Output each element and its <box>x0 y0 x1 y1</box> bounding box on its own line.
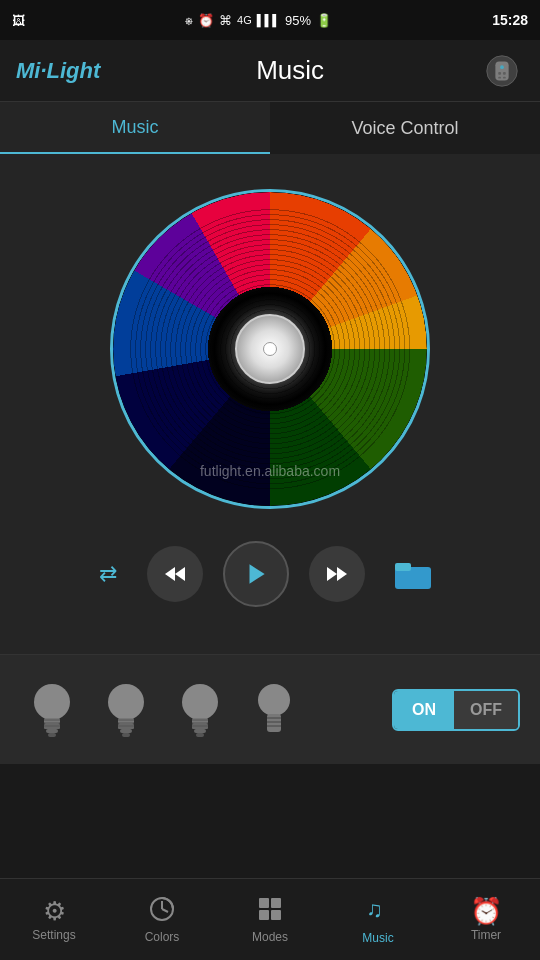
svg-marker-9 <box>250 564 265 584</box>
logo: Mi·Light <box>16 58 100 84</box>
status-bar: 🖼 ⎈ ⏰ ⌘ 4G ▌▌▌ 95% 🔋 15:28 <box>0 0 540 40</box>
nav-item-colors[interactable]: Colors <box>108 879 216 960</box>
signal-bars: ▌▌▌ <box>257 14 280 26</box>
bulb-3[interactable] <box>168 670 232 750</box>
header-title: Music <box>256 55 324 86</box>
svg-rect-3 <box>498 71 501 74</box>
svg-marker-10 <box>327 567 337 581</box>
svg-rect-49 <box>271 910 281 920</box>
header: Mi·Light Music <box>0 40 540 102</box>
bluetooth-icon: ⎈ <box>185 13 193 28</box>
hand-remote-icon[interactable] <box>480 49 524 93</box>
svg-rect-25 <box>120 729 132 733</box>
svg-rect-33 <box>194 729 206 733</box>
svg-rect-5 <box>498 76 501 78</box>
svg-rect-46 <box>259 898 269 908</box>
svg-rect-47 <box>271 898 281 908</box>
svg-rect-26 <box>122 733 130 737</box>
main-content: futlight.en.alibaba.com ⇄ <box>0 154 540 654</box>
svg-marker-8 <box>175 567 185 581</box>
svg-point-14 <box>34 684 70 720</box>
svg-point-22 <box>108 684 144 720</box>
tabs: Music Voice Control <box>0 102 540 154</box>
bulb-1[interactable] <box>20 670 84 750</box>
status-left: 🖼 <box>12 13 25 28</box>
rewind-button[interactable] <box>147 546 203 602</box>
svg-rect-1 <box>495 61 508 80</box>
play-button[interactable] <box>223 541 289 607</box>
bulb-section: ON OFF <box>0 654 540 764</box>
bulb-2[interactable] <box>94 670 158 750</box>
repeat-button[interactable]: ⇄ <box>99 561 117 587</box>
disc-container: futlight.en.alibaba.com <box>110 189 430 509</box>
bulb-4[interactable] <box>242 670 306 750</box>
disc-center <box>235 314 305 384</box>
modes-label: Modes <box>252 930 288 944</box>
colors-label: Colors <box>145 930 180 944</box>
svg-rect-34 <box>196 733 204 737</box>
svg-rect-17 <box>46 729 58 733</box>
svg-text:♫: ♫ <box>366 897 383 922</box>
disc-center-hole <box>263 342 277 356</box>
timer-icon: ⏰ <box>470 898 502 924</box>
on-off-toggle: ON OFF <box>392 689 520 731</box>
disc-outer <box>110 189 430 509</box>
controls: ⇄ <box>0 529 540 619</box>
nav-item-timer[interactable]: ⏰ Timer <box>432 879 540 960</box>
nav-item-music[interactable]: ♫ Music <box>324 879 432 960</box>
modes-icon <box>257 896 283 926</box>
disc-vinyl <box>113 192 427 506</box>
status-icons: ⎈ ⏰ ⌘ 4G ▌▌▌ 95% 🔋 <box>185 13 332 28</box>
signal-4g: 4G <box>237 14 252 26</box>
svg-point-30 <box>182 684 218 720</box>
nav-item-settings[interactable]: ⚙ Settings <box>0 879 108 960</box>
colors-icon <box>149 896 175 926</box>
image-icon: 🖼 <box>12 13 25 28</box>
wifi-icon: ⌘ <box>219 13 232 28</box>
svg-marker-11 <box>337 567 347 581</box>
svg-rect-13 <box>395 563 411 571</box>
timer-label: Timer <box>471 928 501 942</box>
settings-label: Settings <box>32 928 75 942</box>
battery-icon: 🔋 <box>316 13 332 28</box>
bottom-nav: ⚙ Settings Colors Modes <box>0 878 540 960</box>
status-time: 15:28 <box>492 12 528 28</box>
svg-point-38 <box>258 684 290 716</box>
svg-marker-7 <box>165 567 175 581</box>
svg-point-2 <box>500 65 504 69</box>
nav-item-modes[interactable]: Modes <box>216 879 324 960</box>
tab-voice-control[interactable]: Voice Control <box>270 102 540 154</box>
svg-rect-48 <box>259 910 269 920</box>
svg-line-45 <box>162 909 168 912</box>
forward-button[interactable] <box>309 546 365 602</box>
alarm-icon: ⏰ <box>198 13 214 28</box>
toggle-on-button[interactable]: ON <box>394 691 454 729</box>
svg-rect-4 <box>503 71 506 74</box>
tab-music[interactable]: Music <box>0 102 270 154</box>
folder-button[interactable] <box>385 546 441 602</box>
toggle-off-button[interactable]: OFF <box>454 691 518 729</box>
music-label: Music <box>362 931 393 945</box>
svg-rect-39 <box>267 714 281 732</box>
music-icon: ♫ <box>364 895 392 927</box>
watermark: futlight.en.alibaba.com <box>200 463 340 479</box>
svg-rect-6 <box>503 76 506 78</box>
battery-text: 95% <box>285 13 311 28</box>
svg-rect-18 <box>48 733 56 737</box>
settings-icon: ⚙ <box>43 898 66 924</box>
